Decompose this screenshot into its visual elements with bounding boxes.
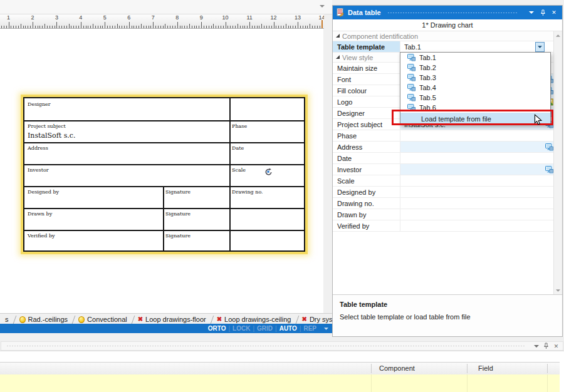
property-label: Scale	[333, 177, 400, 185]
drawing-chart-table[interactable]: Designer Project subject InstalSoft s.c.…	[23, 97, 305, 252]
property-value[interactable]	[400, 175, 554, 186]
cell-signature-3: Signature	[165, 233, 191, 239]
property-row-address[interactable]: Address	[333, 142, 554, 153]
dropdown-item-tab-3[interactable]: Tab.3	[400, 73, 550, 83]
data-table-titlebar[interactable]: Data table ✕	[333, 6, 562, 19]
property-value[interactable]	[400, 220, 554, 231]
scroll-up-icon[interactable]	[554, 31, 562, 39]
dropdown-item-tab-1[interactable]: Tab.1	[400, 53, 550, 63]
toolbar-strip	[0, 0, 332, 14]
dropdown-item-label: Tab.5	[419, 94, 436, 101]
status-separator: |	[253, 325, 254, 332]
monitor-button[interactable]	[544, 142, 554, 152]
status-separator: |	[275, 325, 277, 332]
scroll-down-icon[interactable]	[554, 286, 562, 294]
cell-verified-by: Verified by	[28, 233, 55, 239]
dropdown-item-tab-5[interactable]: Tab.5	[400, 93, 550, 103]
column-header-component[interactable]: Component	[379, 364, 415, 372]
panel-close-icon[interactable]: ✕	[550, 8, 558, 17]
dropdown-item-label: Tab.1	[419, 54, 436, 61]
monitor-button[interactable]	[544, 164, 554, 175]
property-value[interactable]	[400, 153, 554, 163]
panel-drag-grip[interactable]	[387, 11, 518, 14]
property-row-drawing-no[interactable]: Drawing no.	[333, 198, 554, 209]
cell-divider	[467, 374, 467, 392]
bulb-icon	[78, 316, 85, 323]
ruler: 1234567891011121314	[0, 14, 324, 29]
dropdown-item-label: Tab.3	[419, 74, 436, 81]
data-table-panel: Data table ✕ 1* Drawing chart Component …	[332, 5, 563, 337]
property-row-drawn-by[interactable]: Drawn by	[333, 209, 554, 220]
cell-date: Date	[232, 145, 244, 151]
property-row-investor[interactable]: Investor	[333, 164, 554, 175]
sheet-tab-loop-drawings-ceiling[interactable]: ✖Loop drawings-ceiling	[212, 314, 297, 324]
ruler-number: 1	[7, 14, 10, 21]
cell-drawn-by: Drawn by	[28, 211, 52, 217]
property-row-table-template[interactable]: Table templateTab.1	[333, 41, 554, 53]
status-toggle-auto[interactable]: AUTO	[279, 325, 297, 332]
status-toggle-lock[interactable]: LOCK	[232, 325, 250, 332]
red-x-icon: ✖	[217, 316, 222, 322]
cell-signature-2: Signature	[165, 211, 191, 217]
ruler-number: 3	[55, 14, 58, 21]
property-value[interactable]	[400, 187, 554, 197]
bottom-table-header: Component Field	[0, 362, 560, 375]
property-value[interactable]	[400, 142, 544, 152]
bottom-panel-header[interactable]: ✕	[1, 341, 563, 351]
bottom-panel-menu-icon[interactable]	[532, 343, 540, 349]
toolbar-overflow-icon[interactable]	[320, 5, 325, 8]
property-row-phase[interactable]: Phase	[333, 130, 554, 142]
drawing-canvas[interactable]: Designer Project subject InstalSoft s.c.…	[0, 29, 323, 313]
property-label: Logo	[333, 98, 400, 106]
table-line	[24, 208, 304, 209]
property-value[interactable]	[400, 164, 544, 175]
dropdown-item-tab-4[interactable]: Tab.4	[400, 83, 550, 93]
property-row-designed-by[interactable]: Designed by	[333, 187, 554, 198]
monitor-table-icon	[407, 64, 415, 71]
property-value[interactable]	[400, 198, 554, 209]
tab-label: Dry systems	[310, 316, 332, 323]
column-divider[interactable]	[467, 364, 467, 373]
cell-divider	[371, 374, 372, 392]
sheet-tab-rad-ceilings[interactable]: Rad.-ceilings	[14, 314, 74, 324]
monitor-table-icon	[407, 74, 415, 81]
dropdown-item-tab-2[interactable]: Tab.2	[400, 63, 550, 73]
bottom-panel-close-icon[interactable]: ✕	[552, 343, 560, 349]
status-caret-icon[interactable]	[324, 328, 328, 330]
property-row-date[interactable]: Date	[333, 153, 554, 164]
column-header-field[interactable]: Field	[478, 364, 493, 372]
column-divider[interactable]	[547, 364, 548, 373]
table-line	[229, 98, 231, 250]
status-toggle-rep[interactable]: REP	[303, 325, 316, 332]
table-line	[24, 142, 304, 143]
status-toggle-grid[interactable]: GRID	[257, 325, 273, 332]
status-toggle-orto[interactable]: ORTO	[208, 325, 226, 332]
panel-pin-icon[interactable]	[538, 8, 547, 17]
property-value[interactable]	[400, 209, 554, 220]
table-template-dropdown-button[interactable]	[535, 42, 545, 52]
selected-component-header: 1* Drawing chart	[333, 19, 562, 31]
sheet-tab-s[interactable]: s	[0, 314, 14, 324]
property-row-component-identification[interactable]: Component identification	[333, 31, 554, 41]
group-label: Component identification	[342, 33, 418, 40]
sheet-tab-convectional[interactable]: Convectional	[73, 314, 133, 324]
sheet-tab-dry-systems[interactable]: ✖Dry systems	[297, 314, 333, 324]
ruler-number: 12	[271, 14, 277, 21]
red-x-icon: ✖	[138, 316, 143, 322]
bottom-panel-drag-grip[interactable]	[6, 345, 525, 348]
property-row-verified-by[interactable]: Verified by	[333, 220, 554, 232]
table-row[interactable]	[0, 374, 560, 392]
table-line	[24, 186, 304, 187]
property-row-scale[interactable]: Scale	[333, 175, 554, 187]
column-divider[interactable]	[371, 364, 372, 373]
bottom-panel-pin-icon[interactable]	[542, 343, 550, 349]
sheet-tab-loop-drawings-floor[interactable]: ✖Loop drawings-floor	[133, 314, 212, 324]
ruler-number: 5	[103, 14, 107, 21]
panel-menu-icon[interactable]	[527, 8, 536, 17]
property-grid-scrollbar[interactable]	[553, 31, 562, 294]
property-value[interactable]	[400, 130, 554, 141]
property-value[interactable]: Tab.1	[400, 41, 554, 52]
table-line	[24, 120, 304, 121]
table-line	[24, 164, 304, 165]
monitor-table-icon	[407, 94, 415, 101]
